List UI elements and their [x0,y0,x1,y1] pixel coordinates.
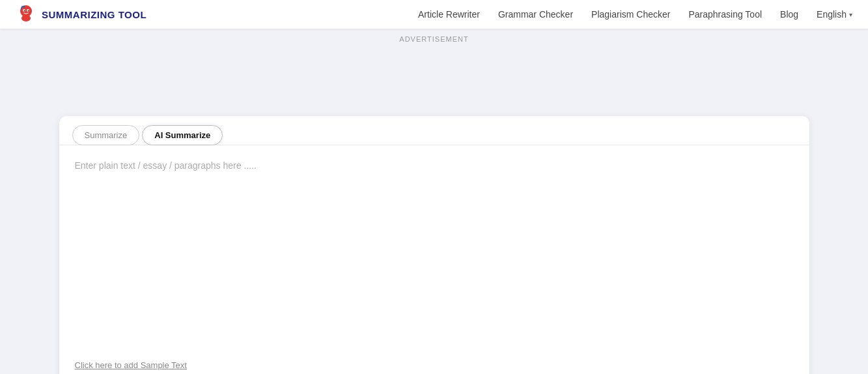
brand-name: SUMMARIZING TOOL [42,9,147,20]
brand-mascot-icon [16,4,36,25]
navbar: SUMMARIZING TOOL Article Rewriter Gramma… [0,0,868,29]
nav-plagiarism-checker[interactable]: Plagiarism Checker [591,9,670,20]
language-selector[interactable]: English ▾ [817,9,852,20]
brand-logo-link[interactable]: SUMMARIZING TOOL [16,4,147,25]
main-content: Summarize AI Summarize Click here to add… [44,116,825,374]
advertisement-label: ADVERTISEMENT [0,29,868,47]
main-text-input[interactable] [75,158,794,354]
sample-text-link[interactable]: Click here to add Sample Text [75,360,794,370]
tabs-row: Summarize AI Summarize [59,116,809,145]
svg-point-5 [28,10,29,12]
nav-article-rewriter[interactable]: Article Rewriter [418,9,480,20]
tab-summarize[interactable]: Summarize [72,125,140,145]
nav-grammar-checker[interactable]: Grammar Checker [498,9,573,20]
nav-links: Article Rewriter Grammar Checker Plagiar… [418,8,852,20]
text-area-container: Click here to add Sample Text [59,145,809,374]
nav-blog[interactable]: Blog [780,9,798,20]
nav-paraphrasing-tool[interactable]: Paraphrasing Tool [688,9,762,20]
tool-card: Summarize AI Summarize Click here to add… [59,116,809,374]
language-label: English [817,9,847,20]
chevron-down-icon: ▾ [849,11,852,18]
tab-ai-summarize[interactable]: AI Summarize [142,125,223,145]
svg-point-4 [24,10,25,12]
advertisement-space [0,47,868,106]
svg-point-1 [21,15,31,22]
svg-point-6 [23,6,25,8]
